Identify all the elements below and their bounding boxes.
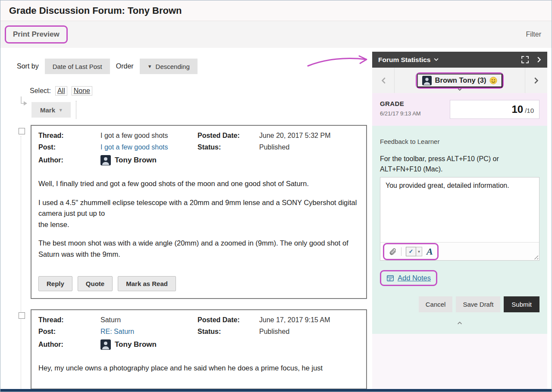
collapse-grade-panel[interactable] [380, 312, 539, 329]
chevron-right-icon [537, 56, 541, 63]
thread-label: Thread: [38, 132, 100, 140]
quote-button[interactable]: Quote [78, 276, 113, 291]
grade-status-icon [489, 77, 497, 84]
notes-icon [386, 274, 394, 282]
status-label: Status: [198, 328, 259, 336]
student-name: Brown Tony (3) [435, 76, 486, 84]
spellcheck-caret-button[interactable]: ▾ [416, 247, 422, 256]
select-label: Select: [30, 87, 51, 95]
post-item: Thread: I got a few good shots Posted Da… [31, 125, 367, 299]
add-notes-row: Add Notes [380, 270, 539, 286]
mark-caret-icon: ▾ [60, 107, 62, 113]
chevron-down-icon [434, 58, 439, 61]
post-meta: Thread: I got a few good shots Posted Da… [38, 132, 359, 165]
select-none-link[interactable]: None [72, 86, 92, 96]
reply-button[interactable]: Reply [38, 276, 72, 291]
print-preview-button[interactable]: Print Preview [6, 27, 66, 42]
editor-toolbar-annotation: ✓ ▾ A [383, 243, 439, 260]
text-editor-button[interactable]: A [427, 246, 433, 257]
grade-date: 6/21/17 9:13 AM [380, 110, 421, 117]
select-all-link[interactable]: All [55, 86, 67, 96]
paperclip-icon [389, 247, 397, 255]
posted-date-value: June 20, 2017 5:32 PM [259, 132, 359, 140]
expand-panel-button[interactable] [521, 56, 529, 63]
author-label: Author: [38, 156, 100, 164]
save-draft-button[interactable]: Save Draft [456, 296, 500, 312]
next-student-button[interactable] [525, 68, 547, 93]
forum-statistics-title: Forum Statistics [378, 56, 430, 64]
student-navigation: Brown Tony (3) [372, 68, 547, 93]
spellcheck-button[interactable]: ✓ [406, 247, 416, 256]
previous-student-button[interactable] [372, 68, 395, 93]
thread-value: Saturn [100, 316, 198, 324]
order-button[interactable]: ▼ Descending [140, 59, 198, 74]
sort-by-button[interactable]: Date of Last Post [45, 59, 110, 74]
toolbar-divider [401, 247, 401, 256]
tree-branch-icon [18, 96, 29, 110]
attach-file-button[interactable] [389, 247, 397, 255]
grade-max: /10 [525, 107, 534, 114]
chevron-left-icon [381, 77, 386, 84]
filter-button[interactable]: Filter [526, 31, 541, 38]
sort-row: Sort by Date of Last Post Order ▼ Descen… [6, 48, 367, 74]
editor-resize-handle[interactable] [533, 254, 538, 259]
author-label: Author: [38, 341, 100, 348]
feedback-editor: You provided great, detailed information… [380, 177, 539, 261]
author-name: Tony Brown [115, 156, 157, 165]
mark-as-read-button[interactable]: Mark as Read [118, 276, 176, 291]
submit-button[interactable]: Submit [504, 296, 539, 312]
sort-by-label: Sort by [17, 62, 39, 70]
mark-button[interactable]: Mark ▾ [31, 102, 71, 118]
student-avatar [422, 76, 432, 85]
post-paragraph: Well, I finally tried and got a few good… [38, 178, 359, 190]
sidebar-footer [372, 334, 547, 389]
order-label: Order [116, 62, 134, 70]
post-label: Post: [38, 143, 100, 151]
expand-icon [521, 56, 529, 63]
feedback-textarea[interactable]: You provided great, detailed information… [380, 177, 539, 242]
posts-list: Thread: I got a few good shots Posted Da… [6, 125, 367, 389]
grading-sidebar: Forum Statistics [372, 52, 547, 389]
spellcheck-group: ✓ ▾ [406, 247, 422, 256]
feedback-section: Feedback to Learner For the toolbar, pre… [372, 126, 547, 334]
grade-value: 10 [511, 103, 523, 115]
page-title: Grade Discussion Forum: Tony Brown [9, 5, 182, 16]
action-bar: Print Preview Filter [0, 21, 552, 48]
cancel-button[interactable]: Cancel [419, 296, 453, 312]
chevron-right-icon [534, 77, 539, 84]
post-actions: Reply Quote Mark as Read [38, 276, 359, 291]
author-name: Tony Brown [115, 340, 157, 349]
editor-toolbar-hint: For the toolbar, press ALT+F10 (PC) or A… [380, 154, 527, 174]
status-value: Published [259, 143, 359, 151]
posted-date-label: Posted Date: [198, 316, 259, 324]
posted-date-value: June 17, 2017 9:15 AM [259, 316, 359, 324]
post-body: Well, I finally tried and got a few good… [38, 178, 359, 260]
post-paragraph: I used a 4.5" zhummell eclipse telescope… [38, 197, 359, 230]
post-checkbox[interactable] [19, 128, 25, 134]
grade-input[interactable]: 10 /10 [450, 100, 539, 119]
mark-divider [76, 101, 76, 119]
print-preview-annotation: Print Preview [5, 25, 68, 44]
post-checkbox[interactable] [19, 312, 25, 319]
post-paragraph: The best moon shot was with a wide angle… [38, 238, 359, 260]
post-meta: Thread: Saturn Posted Date: June 17, 201… [38, 316, 359, 350]
grade-label: GRADE [380, 100, 421, 107]
status-value: Published [259, 328, 359, 336]
bottom-border [0, 389, 552, 392]
forum-statistics-bar: Forum Statistics [372, 52, 547, 68]
post-title-link[interactable]: I got a few good shots [100, 143, 168, 151]
post-body: Hey, my uncle owns a photography place a… [38, 363, 359, 374]
posted-date-label: Posted Date: [198, 132, 259, 140]
mark-row: Mark ▾ [6, 102, 367, 118]
descending-icon: ▼ [147, 64, 152, 69]
forum-statistics-toggle[interactable]: Forum Statistics [378, 56, 439, 64]
post-item: Thread: Saturn Posted Date: June 17, 201… [31, 309, 367, 389]
editor-toolbar: ✓ ▾ A [380, 242, 539, 260]
post-title-link[interactable]: RE: Saturn [100, 328, 134, 335]
student-dropdown-caret-icon [458, 85, 462, 93]
thread-rail-line [21, 136, 21, 392]
add-notes-link[interactable]: Add Notes [398, 274, 431, 282]
mark-button-label: Mark [40, 106, 55, 114]
collapse-panel-button[interactable] [537, 56, 541, 63]
author-cell: Tony Brown [100, 155, 359, 165]
